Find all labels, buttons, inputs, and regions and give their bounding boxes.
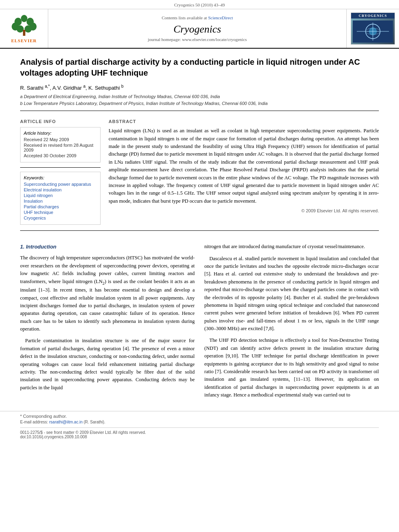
citation-bar: Cryogenics 50 (2010) 43–49 [0, 0, 399, 9]
right-para-1: nitrogen that are introduced during manu… [204, 243, 379, 251]
section-divider-1 [20, 111, 379, 111]
intro-para-2: Particle contamination in insulation str… [20, 337, 195, 392]
intro-para-1: The discovery of high temperature superc… [20, 254, 195, 333]
email-line: E-mail address: rsarathi@iitm.ac.in (R. … [20, 420, 379, 424]
journal-center: Contents lists available at ScienceDirec… [48, 9, 347, 48]
elsevier-brand: ELSEVIER [10, 14, 38, 43]
article-info-abstract-section: ARTICLE INFO Article history: Received 2… [0, 119, 399, 225]
abstract-copyright: © 2009 Elsevier Ltd. All rights reserved… [109, 208, 379, 213]
kw-2: Liquid nitrogen [24, 193, 97, 198]
footer-copyright: 0011-2275/$ - see front matter © 2009 El… [20, 430, 379, 435]
cryo-header-bar: CRYOGENICS [351, 13, 395, 18]
email-label: E-mail address: [20, 420, 48, 424]
corr-author-label: * Corresponding author. [20, 414, 67, 419]
article-title-section: Analysis of partial discharge activity b… [0, 49, 399, 119]
kw-5: UHF technique [24, 210, 97, 215]
article-title: Analysis of partial discharge activity b… [20, 57, 379, 78]
accepted-date: Accepted 30 October 2009 [24, 153, 97, 158]
revised-date: Received in revised form 28 August 2009 [24, 143, 97, 152]
journal-title: Cryogenics [173, 23, 221, 35]
sciencedirect-line: Contents lists available at ScienceDirec… [162, 15, 233, 20]
sciencedirect-link[interactable]: ScienceDirect [208, 15, 233, 20]
abstract-col: ABSTRACT Liquid nitrogen (LN₂) is used a… [109, 119, 379, 225]
email-suffix: (R. Sarathi). [84, 420, 105, 424]
affiliations: a Department of Electrical Engineering, … [20, 93, 379, 107]
homepage-url: www.elsevier.com/locate/cryogenics [182, 37, 247, 42]
svg-point-5 [16, 25, 24, 33]
kw-4: Partial discharges [24, 204, 97, 209]
cryogenics-logo-box: CRYOGENICS [347, 9, 399, 48]
article-info-col: ARTICLE INFO Article history: Received 2… [20, 119, 101, 225]
journal-header: ELSEVIER Contents lists available at Sci… [0, 9, 399, 49]
body-left-col: 1. Introduction The discovery of high te… [20, 243, 195, 403]
footer-doi: doi:10.1016/j.cryogenics.2009.10.008 [20, 435, 379, 439]
intro-section-title: 1. Introduction [20, 243, 195, 251]
footer-bar: * Corresponding author. E-mail address: … [0, 411, 399, 442]
intro-label: Introduction [26, 244, 56, 250]
body-two-col: 1. Introduction The discovery of high te… [0, 236, 399, 403]
svg-rect-7 [23, 30, 25, 36]
footer-bottom: 0011-2275/$ - see front matter © 2009 El… [20, 427, 379, 439]
email-address: rsarathi@iitm.ac.in [49, 420, 82, 424]
right-para-2: Dascalescu et al. studied particle movem… [204, 255, 379, 333]
corresponding-author-note: * Corresponding author. [20, 414, 379, 419]
authors-text: R. Sarathi a,*, A.V. Giridhar a, K. Seth… [20, 85, 123, 91]
keywords-box: Keywords: Superconducting power apparatu… [20, 172, 101, 225]
kw-3: Insulation [24, 199, 97, 203]
homepage-prefix: journal homepage: [148, 37, 182, 42]
journal-homepage: journal homepage: www.elsevier.com/locat… [148, 37, 247, 42]
elsevier-tree-icon [10, 14, 38, 37]
abstract-text: Liquid nitrogen (LN₂) is used as an insu… [109, 127, 379, 205]
cryo-image-icon [353, 21, 393, 43]
section-divider-2 [20, 230, 379, 231]
kw-1: Electrical insulation [24, 187, 97, 192]
elsevier-text: ELSEVIER [11, 38, 37, 43]
authors-line: R. Sarathi a,*, A.V. Giridhar a, K. Seth… [20, 84, 379, 91]
received-date: Received 22 May 2009 [24, 137, 97, 142]
citation-text: Cryogenics 50 (2010) 43–49 [174, 2, 225, 7]
elsevier-logo-section: ELSEVIER [0, 9, 48, 48]
cryo-logo-inner: CRYOGENICS [351, 12, 395, 45]
affiliation-b: b Low Temperature Physics Laboratory, De… [20, 100, 379, 107]
article-info-header: ARTICLE INFO [20, 119, 101, 124]
page: Cryogenics 50 (2010) 43–49 ELSEVIER [0, 0, 399, 532]
affiliation-a: a Department of Electrical Engineering, … [20, 93, 379, 100]
body-right-col: nitrogen that are introduced during manu… [204, 243, 379, 403]
history-label: Article history: [24, 131, 97, 136]
svg-point-6 [25, 25, 32, 33]
section-divider-kw [20, 167, 101, 168]
svg-point-0 [21, 15, 27, 22]
keywords-label: Keywords: [24, 175, 97, 180]
sciencedirect-prefix: Contents lists available at [162, 15, 208, 20]
abstract-header: ABSTRACT [109, 119, 379, 124]
intro-number: 1. [20, 244, 25, 250]
article-history-box: Article history: Received 22 May 2009 Re… [20, 127, 101, 162]
kw-0: Superconducting power apparatus [24, 182, 97, 187]
cryo-image-area [351, 18, 395, 44]
right-para-3: The UHF PD detection technique is effect… [204, 337, 379, 399]
kw-6: Cryogenics [24, 216, 97, 220]
